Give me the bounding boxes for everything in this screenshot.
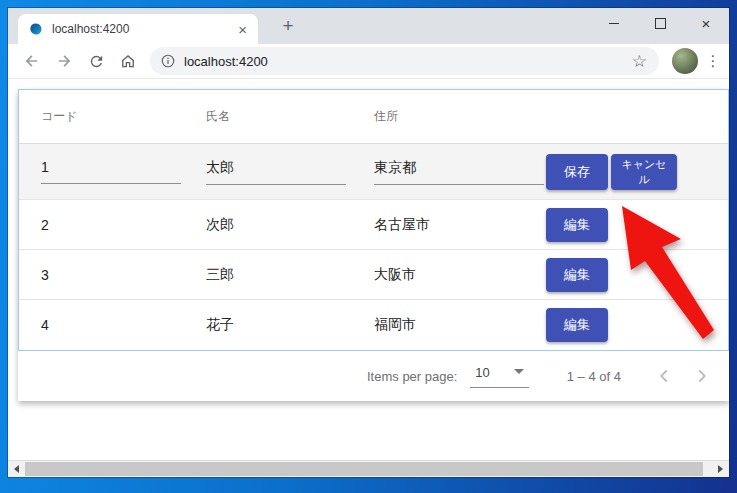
back-button[interactable] [19,48,45,74]
minimize-icon [609,23,619,24]
previous-page-button[interactable] [651,363,677,389]
browser-menu-button[interactable]: ⋮ [705,52,721,70]
desktop-background: { "browser": { "tab_title": "localhost:4… [0,0,737,493]
code-input[interactable] [41,159,181,184]
cell-address: 福岡市 [374,316,546,334]
info-icon[interactable] [160,53,176,69]
horizontal-scrollbar[interactable] [8,460,729,477]
browser-tab[interactable]: localhost:4200 × [18,14,258,44]
address-bar[interactable]: localhost:4200 ☆ [150,47,659,75]
new-tab-button[interactable]: + [276,15,300,39]
next-page-button[interactable] [689,363,715,389]
window-controls: × [591,8,729,38]
maximize-icon [655,18,666,29]
page-content: コード 氏名 住所 保存 キャンセル 2 次郎 [8,79,729,460]
forward-button[interactable] [51,48,77,74]
profile-avatar[interactable] [672,48,698,74]
paginator: Items per page: 10 1 – 4 of 4 [18,351,729,401]
home-button[interactable] [115,48,141,74]
cell-address: 名古屋市 [374,216,546,234]
chevron-right-icon [691,365,713,387]
cell-address: 大阪市 [374,266,546,284]
scroll-right-button[interactable] [712,461,729,477]
page-range-label: 1 – 4 of 4 [567,369,621,384]
cell-code: 4 [19,317,206,333]
cell-code: 2 [19,217,206,233]
table-row: 3 三郎 大阪市 編集 [19,250,728,300]
save-button[interactable]: 保存 [546,154,608,190]
bookmark-star-icon[interactable]: ☆ [630,51,649,72]
dropdown-caret-icon [514,369,524,374]
table-row-editing: 保存 キャンセル [19,144,728,200]
scrollbar-thumb[interactable] [25,462,703,476]
header-cell-name: 氏名 [206,108,374,125]
home-icon [119,52,137,70]
close-icon: × [702,16,711,31]
page-size-select[interactable]: 10 [470,365,528,388]
tab-strip: localhost:4200 × + × [8,8,729,44]
tab-title: localhost:4200 [52,22,233,36]
forward-arrow-icon [55,52,73,70]
window-minimize-button[interactable] [591,8,637,38]
address-input[interactable] [374,160,544,185]
window-close-button[interactable]: × [683,8,729,38]
data-table-card: コード 氏名 住所 保存 キャンセル 2 次郎 [18,89,729,401]
header-cell-address: 住所 [374,108,546,125]
cell-code: 3 [19,267,206,283]
edit-button[interactable]: 編集 [546,258,608,292]
items-per-page-label: Items per page: [367,369,457,384]
scroll-left-icon [14,465,19,473]
reload-button[interactable] [83,48,109,74]
cell-name: 次郎 [206,216,374,234]
page-size-value: 10 [475,365,489,380]
edit-button[interactable]: 編集 [546,208,608,242]
reload-icon [88,53,105,70]
header-cell-code: コード [19,108,206,125]
table-row: 2 次郎 名古屋市 編集 [19,200,728,250]
cancel-button[interactable]: キャンセル [611,154,677,190]
table-row: 4 花子 福岡市 編集 [19,300,728,350]
table-header-row: コード 氏名 住所 [19,90,728,144]
browser-toolbar: localhost:4200 ☆ ⋮ [8,44,729,79]
data-table: コード 氏名 住所 保存 キャンセル 2 次郎 [18,89,729,351]
cell-name: 花子 [206,316,374,334]
url-text[interactable]: localhost:4200 [184,54,630,69]
edit-button[interactable]: 編集 [546,308,608,342]
window-maximize-button[interactable] [637,8,683,38]
scroll-right-icon [718,465,723,473]
browser-window: localhost:4200 × + × loca [8,8,729,477]
chevron-left-icon [653,365,675,387]
favicon-droplet-icon [29,22,43,36]
tab-close-icon[interactable]: × [233,22,252,37]
cell-name: 三郎 [206,266,374,284]
scroll-left-button[interactable] [8,461,25,477]
back-arrow-icon [23,52,41,70]
name-input[interactable] [206,160,346,185]
